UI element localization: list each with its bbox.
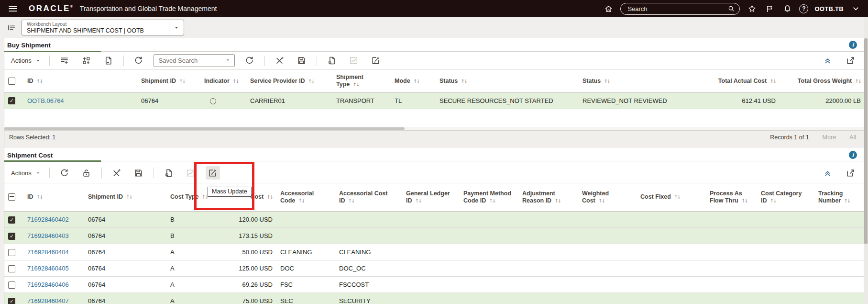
row-checkbox[interactable]: ✓ [8, 97, 15, 104]
sort-icon[interactable]: ↑↓ [554, 198, 560, 203]
sort-icon[interactable]: ↑↓ [202, 194, 208, 200]
row-checkbox[interactable]: ✓ [8, 216, 15, 224]
cell-accessorial-cost-id: SECURITY [335, 293, 402, 304]
expand-panel-icon[interactable] [845, 166, 856, 180]
row-checkbox[interactable]: ✓ [8, 298, 15, 304]
row-id-link[interactable]: 716928460404 [27, 248, 69, 256]
global-search[interactable] [620, 3, 740, 15]
user-chevron-down-icon[interactable] [850, 3, 861, 14]
cell-shipment-id: 06764 [84, 228, 166, 244]
save-icon[interactable] [295, 54, 309, 68]
row-id-link[interactable]: 716928460406 [27, 281, 69, 288]
row-checkbox[interactable] [8, 265, 15, 272]
sort-icon[interactable]: ↑↓ [489, 198, 495, 203]
sort-icon[interactable]: ↑↓ [674, 194, 680, 200]
sort-icon[interactable]: ↑↓ [298, 198, 304, 203]
sort-icon[interactable]: ↑↓ [604, 79, 610, 84]
save-icon[interactable] [132, 166, 146, 180]
refresh-icon[interactable] [132, 54, 146, 68]
cell-cost: 120.00 USD [221, 212, 276, 228]
workbench-layout-select[interactable]: Workbench Layout SHIPMENT AND SHIPMENT C… [22, 20, 184, 35]
notifications-bell-icon[interactable] [781, 3, 793, 14]
sort-icon[interactable]: ↑↓ [855, 79, 861, 84]
sort-icon[interactable]: ↑↓ [413, 79, 419, 84]
sort-icon[interactable]: ↑↓ [179, 79, 185, 84]
refresh-icon[interactable] [57, 166, 72, 180]
sort-icon[interactable]: ↑↓ [844, 198, 850, 203]
cut-icon[interactable] [110, 166, 124, 180]
favorites-star-icon[interactable] [746, 3, 758, 14]
cell-accessorial-code: CLEANING [276, 244, 335, 260]
sort-icon[interactable]: ↑↓ [266, 194, 273, 200]
row-checkbox[interactable] [8, 249, 15, 256]
sort-icon[interactable]: ↑↓ [126, 194, 132, 200]
info-icon[interactable]: i [849, 41, 857, 49]
unlock-icon[interactable] [79, 166, 94, 180]
sort-icon[interactable]: ↑↓ [770, 198, 776, 203]
sort-icon[interactable]: ↑↓ [36, 79, 43, 84]
cell-adjustment-reason-id [518, 244, 578, 260]
compare-rows-icon[interactable] [79, 54, 94, 68]
collapse-panel-icon[interactable] [822, 166, 833, 180]
run-search-icon[interactable] [242, 54, 257, 68]
export-icon[interactable] [162, 166, 176, 180]
horizontal-scrollbar[interactable] [4, 127, 864, 130]
more-button[interactable]: More [823, 134, 836, 141]
scrollbar-thumb[interactable] [864, 38, 868, 244]
cell-cost-fixed [637, 293, 706, 304]
scrollbar-thumb[interactable] [4, 127, 405, 130]
cell-cost-fixed [637, 212, 706, 228]
cell-tracking-number [814, 293, 865, 304]
search-input[interactable] [626, 5, 727, 13]
sort-icon[interactable]: ↑↓ [348, 198, 354, 203]
expand-panel-icon[interactable] [845, 54, 856, 68]
cell-id: 716928460404 [23, 244, 84, 260]
export-icon[interactable] [325, 54, 339, 68]
home-icon[interactable] [603, 3, 614, 14]
sort-icon[interactable]: ↑↓ [769, 79, 776, 84]
sort-icon[interactable]: ↑↓ [352, 82, 359, 87]
actions-menu-button[interactable]: Actions [10, 57, 42, 64]
row-id-link[interactable]: 716928460402 [27, 216, 69, 223]
sort-icon[interactable]: ↑↓ [461, 79, 467, 84]
sort-icon[interactable]: ↑↓ [741, 198, 747, 203]
workbench-layout-icon[interactable] [6, 22, 17, 34]
new-document-icon[interactable] [101, 54, 116, 68]
sort-icon[interactable]: ↑↓ [598, 198, 604, 203]
search-icon[interactable] [727, 5, 735, 12]
row-id-link[interactable]: 716928460407 [27, 297, 69, 304]
cell-cost-type: A [166, 277, 221, 293]
flag-icon[interactable] [764, 3, 775, 14]
sort-icon[interactable]: ↑↓ [308, 79, 314, 84]
row-id-link[interactable]: 716928460403 [27, 232, 69, 239]
saved-search-select[interactable]: Saved Search [154, 54, 235, 67]
user-menu[interactable]: OOTB.TB [814, 5, 844, 12]
row-checkbox[interactable]: ✓ [8, 233, 15, 240]
actions-menu-button[interactable]: Actions [10, 169, 42, 177]
all-button[interactable]: All [849, 134, 856, 141]
mass-update-edit-icon[interactable] [206, 166, 220, 180]
cell-payment-method-code-id [460, 277, 518, 293]
sort-icon[interactable]: ↑↓ [232, 79, 239, 84]
edit-icon[interactable] [369, 54, 383, 68]
col-header-payment-method-code-id: Payment Method Code ID↑↓ [460, 183, 518, 212]
cell-total-actual-cost: 612.41 USD [698, 92, 780, 109]
cell-cost-category-id [757, 260, 814, 277]
workbench-dropdown-arrow[interactable] [169, 20, 184, 35]
collapse-panel-icon[interactable] [822, 54, 833, 68]
row-id-link[interactable]: OOTB.06764 [27, 97, 64, 104]
cell-accessorial-cost-id [335, 212, 402, 228]
select-all-checkbox[interactable] [8, 78, 15, 85]
add-rows-icon[interactable] [57, 54, 72, 68]
select-all-checkbox[interactable] [8, 193, 15, 201]
cut-icon[interactable] [273, 54, 287, 68]
hamburger-menu-icon[interactable] [7, 2, 19, 15]
indicator-radio[interactable] [210, 98, 216, 104]
sort-icon[interactable]: ↑↓ [415, 198, 421, 203]
help-icon[interactable]: ? [799, 4, 808, 13]
sort-icon[interactable]: ↑↓ [36, 194, 43, 200]
row-id-link[interactable]: 716928460405 [27, 265, 69, 272]
row-checkbox[interactable] [8, 281, 15, 289]
vertical-scrollbar[interactable] [864, 17, 868, 304]
info-icon[interactable]: i [849, 151, 857, 159]
